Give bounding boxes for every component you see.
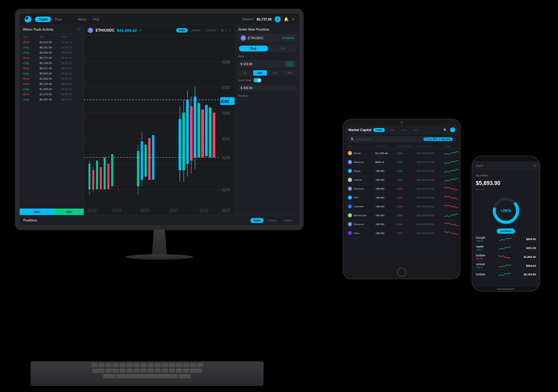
tablet-tab-data[interactable]: Data bbox=[387, 128, 397, 132]
faq-link[interactable]: FAQ bbox=[93, 17, 99, 21]
col-change: Change (24h) ↕ bbox=[397, 145, 417, 148]
table-row: Short$5,318.0019:34:13 bbox=[20, 81, 84, 87]
lev-50x[interactable]: 50x bbox=[283, 70, 297, 76]
key bbox=[176, 369, 182, 373]
lev-25x[interactable]: 25x bbox=[268, 70, 282, 76]
trade-bet: $1,892.00 bbox=[40, 77, 61, 80]
menu-icon[interactable]: ≡ bbox=[292, 17, 294, 21]
search-bar[interactable]: 🔍 Search here 8 June 2021 - 6 July 2021 bbox=[348, 136, 456, 142]
pool-button[interactable]: Pool bbox=[55, 17, 62, 21]
tab-open[interactable]: Open bbox=[250, 218, 264, 223]
long-progress: 46% bbox=[54, 209, 84, 215]
coin-change: 3.5% bbox=[397, 161, 417, 164]
portfolio-sparkline bbox=[499, 245, 511, 251]
trade-time: 19:34:13 bbox=[61, 82, 79, 85]
svg-rect-55 bbox=[194, 96, 196, 157]
tab-history[interactable]: History bbox=[281, 218, 295, 223]
svg-rect-31 bbox=[104, 157, 105, 189]
spacebar[interactable] bbox=[116, 374, 178, 379]
auto-close-input[interactable]: $ 300.00 bbox=[238, 85, 297, 91]
tablet-tab-api[interactable]: API bbox=[411, 128, 420, 132]
market-row: LLitecoin+$5,5533.5%$220,082,007,831 bbox=[345, 175, 458, 184]
avatar bbox=[450, 127, 455, 132]
list-item: Google+$3.61$804.00 bbox=[475, 235, 537, 244]
coin-info: BBitcoinCash bbox=[348, 213, 375, 217]
positions-tabs: Open Closed History bbox=[250, 218, 295, 223]
portfolio-item-name: Airbnb bbox=[476, 263, 485, 266]
svg-rect-61 bbox=[209, 107, 212, 157]
search-input[interactable]: Search here bbox=[356, 138, 422, 141]
about-link[interactable]: About bbox=[78, 17, 86, 21]
svg-text:43,083: 43,083 bbox=[222, 85, 230, 90]
sell-button[interactable]: Sell bbox=[269, 46, 296, 51]
trade-time: 19:34:13 bbox=[61, 41, 79, 44]
auto-close-label: Auto Close bbox=[238, 79, 252, 82]
trade-button[interactable]: Trade bbox=[35, 17, 51, 22]
coin-volume: $220,082,007,831 bbox=[417, 179, 444, 181]
buy-button[interactable]: Buy bbox=[239, 46, 268, 51]
monitor-stand-base bbox=[126, 254, 193, 260]
key bbox=[190, 369, 202, 373]
candle-icon[interactable]: ⊞ bbox=[221, 28, 224, 32]
coin-info: EEthereum bbox=[348, 222, 375, 226]
trade-table-header: Type Bet Time bbox=[20, 34, 84, 40]
tab-closed[interactable]: Closed bbox=[265, 218, 279, 223]
search-icon[interactable]: 🔍 bbox=[443, 128, 447, 132]
bell-icon[interactable]: 🔔 bbox=[284, 17, 289, 21]
trade-bet: $8,291.00 bbox=[40, 46, 61, 49]
trade-bet: $8,017.00 bbox=[40, 67, 61, 70]
all-market[interactable]: All Market bbox=[282, 36, 294, 40]
portfolio-item-change: +$3.61 bbox=[476, 239, 485, 242]
table-row: Long$8,805.0019:34:13 bbox=[20, 71, 84, 76]
trade-time: 19:34:13 bbox=[61, 51, 79, 54]
tf-weekly[interactable]: Weekly bbox=[189, 28, 203, 32]
wallet-label-area: My Wallet bbox=[472, 170, 540, 178]
coin-info: BBitcoin bbox=[348, 151, 375, 155]
key bbox=[105, 369, 112, 373]
chart-header: Ξ ETH/USDC $41,495.02 ↗ Daily Weekly Mon… bbox=[84, 25, 235, 36]
key bbox=[112, 363, 119, 368]
table-row: Short$8,017.0019:34:13 bbox=[20, 66, 84, 71]
price-up-icon: ↗ bbox=[139, 29, 142, 32]
portfolio-item-name: Dribble bbox=[476, 273, 485, 276]
price-input[interactable]: $ 103.00 Max bbox=[238, 60, 297, 68]
market-row: TTelos+$5,5532.5%$220,082,007,831 bbox=[345, 229, 458, 238]
expand-icon[interactable]: ⤢ bbox=[229, 28, 232, 32]
market-row: XRipple+$5,5533.5%$220,082,007,831 bbox=[345, 167, 458, 175]
add-funds-button[interactable]: + bbox=[275, 16, 281, 22]
keyboard bbox=[31, 361, 264, 386]
key bbox=[120, 363, 126, 368]
portfolio-sparkline bbox=[498, 272, 511, 277]
coin-name: Ethereum bbox=[354, 161, 364, 164]
max-button[interactable]: Max bbox=[285, 62, 294, 66]
coin-icon: T bbox=[348, 231, 352, 235]
leverage-row: 5x 10x 25x 50x bbox=[238, 70, 297, 76]
clock-icon: ⏱ bbox=[77, 28, 81, 31]
left-panel-header: Others Trade Activity ⏱ bbox=[20, 25, 84, 34]
portfolio-item-left: Google+$3.61 bbox=[476, 236, 485, 242]
see-more-button[interactable]: See More bbox=[497, 228, 515, 234]
portfolio-item-value: $2,154.00 bbox=[524, 273, 536, 276]
order-pair-row: Ξ ETH/USDC All Market bbox=[238, 34, 297, 42]
phone-home-indicator[interactable] bbox=[497, 288, 515, 290]
tablet-home-button[interactable] bbox=[397, 268, 406, 277]
tf-daily[interactable]: Daily bbox=[176, 28, 188, 32]
auto-close-toggle[interactable] bbox=[253, 78, 261, 82]
svg-rect-37 bbox=[141, 141, 143, 180]
lev-10x[interactable]: 10x bbox=[253, 70, 267, 76]
key bbox=[179, 374, 191, 379]
market-row: EEthereum+$5,5532.4%$220,082,007,831 bbox=[345, 184, 458, 193]
phone-menu-icon[interactable]: ≡ bbox=[533, 163, 536, 168]
tf-monthly[interactable]: Monthly bbox=[204, 28, 218, 32]
coin-name: Ripple bbox=[354, 170, 361, 172]
key bbox=[141, 363, 147, 368]
tablet-tab-docs[interactable]: Docs bbox=[398, 128, 409, 132]
tablet-tab-trade[interactable]: Trade bbox=[373, 128, 385, 132]
sparkline bbox=[444, 168, 458, 174]
phone-screen: Home ≡ My Wallet $5,893.90 Balance ↑ +26… bbox=[472, 161, 540, 287]
portfolio-item-value: $321.00 bbox=[526, 247, 536, 250]
portfolio-item-change: +$2.4 bbox=[476, 266, 485, 269]
key bbox=[134, 369, 140, 373]
line-icon[interactable]: ⌇ bbox=[226, 28, 227, 32]
lev-5x[interactable]: 5x bbox=[238, 70, 252, 76]
